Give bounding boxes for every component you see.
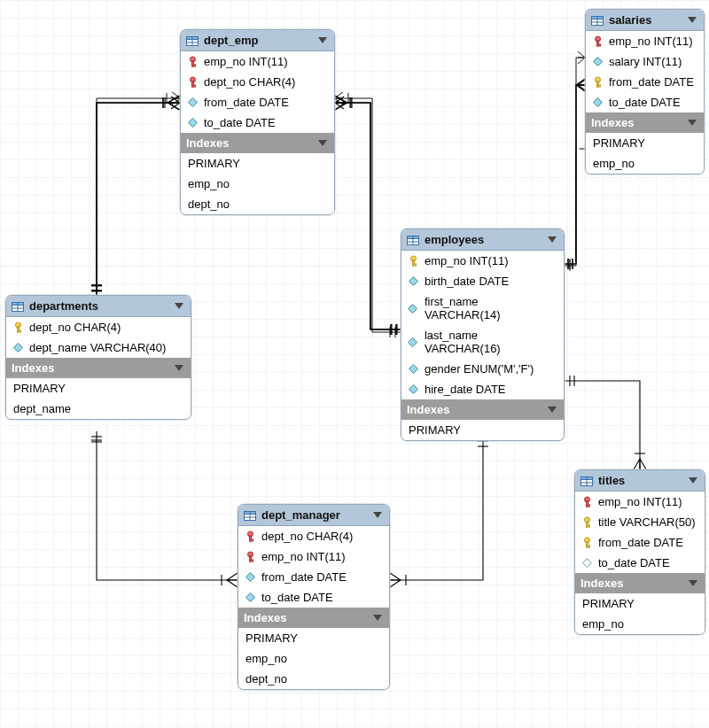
- entity-dept-manager[interactable]: dept_manager dept_no CHAR(4) emp_no INT(…: [238, 504, 390, 690]
- entity-header[interactable]: titles: [575, 470, 705, 492]
- diamond-icon: [407, 384, 419, 394]
- columns: emp_no INT(11) title VARCHAR(50) from_da…: [575, 492, 705, 573]
- entity-dept-emp[interactable]: dept_emp emp_no INT(11) dept_no CHAR(4) …: [180, 29, 335, 215]
- diamond-icon: [244, 572, 256, 582]
- indexes-header[interactable]: Indexes: [575, 573, 705, 593]
- index-row: PRIMARY: [6, 378, 191, 399]
- svg-rect-97: [586, 505, 589, 507]
- column-label: emp_no INT(11): [204, 55, 288, 68]
- chevron-down-icon: [689, 580, 697, 586]
- column-row: last_name VARCHAR(16): [401, 325, 564, 359]
- entity-title: departments: [29, 299, 169, 313]
- indexes-label: Indexes: [186, 136, 313, 150]
- index-row: dept_name: [6, 399, 191, 419]
- chevron-down-icon: [689, 477, 697, 484]
- column-label: title VARCHAR(50): [598, 515, 696, 529]
- indexes-header[interactable]: Indexes: [181, 133, 334, 153]
- column-row: dept_name VARCHAR(40): [6, 337, 191, 358]
- diamond-icon: [407, 337, 419, 347]
- column-label: dept_no CHAR(4): [204, 75, 295, 89]
- svg-rect-63: [596, 44, 600, 46]
- indexes-header[interactable]: Indexes: [401, 399, 564, 420]
- column-label: hire_date DATE: [425, 383, 506, 396]
- key-icon: [580, 537, 593, 549]
- entity-salaries[interactable]: salaries emp_no INT(11) salary INT(11) f…: [585, 9, 705, 174]
- table-icon: [12, 301, 24, 311]
- diamond-icon: [407, 304, 419, 314]
- entity-titles[interactable]: titles emp_no INT(11) title VARCHAR(50) …: [574, 469, 705, 635]
- indexes-header[interactable]: Indexes: [586, 112, 704, 133]
- column-label: first_name VARCHAR(14): [425, 295, 557, 321]
- index-row: PRIMARY: [238, 628, 389, 648]
- columns: emp_no INT(11) dept_no CHAR(4) from_date…: [181, 51, 334, 133]
- diamond-icon: [244, 592, 256, 602]
- entity-title: dept_emp: [204, 34, 313, 47]
- column-label: dept_no CHAR(4): [261, 530, 353, 543]
- svg-rect-103: [586, 546, 589, 547]
- chevron-down-icon: [318, 140, 327, 146]
- column-label: to_date DATE: [261, 591, 333, 604]
- entity-header[interactable]: salaries: [586, 10, 704, 31]
- entity-header[interactable]: dept_manager: [238, 505, 389, 526]
- key-icon: [244, 531, 256, 543]
- index-row: emp_no: [181, 174, 334, 194]
- key-icon: [186, 56, 199, 68]
- column-label: emp_no INT(11): [425, 254, 509, 267]
- column-label: last_name VARCHAR(16): [425, 329, 557, 355]
- column-row: dept_no CHAR(4): [181, 72, 334, 92]
- index-row: dept_no: [238, 669, 389, 689]
- diamond-icon: [407, 364, 419, 374]
- entity-title: salaries: [609, 13, 682, 27]
- column-row: gender ENUM('M','F'): [401, 359, 564, 379]
- chevron-down-icon: [373, 615, 382, 621]
- indexes-header[interactable]: Indexes: [238, 608, 389, 628]
- column-row: hire_date DATE: [401, 379, 564, 399]
- key-icon: [580, 516, 593, 529]
- svg-rect-53: [191, 65, 195, 66]
- key-icon: [244, 551, 256, 563]
- entity-header[interactable]: employees: [401, 229, 564, 251]
- entity-departments[interactable]: departments dept_no CHAR(4) dept_name VA…: [5, 295, 191, 420]
- table-icon: [244, 510, 256, 520]
- diamond-icon: [186, 97, 199, 107]
- column-row: emp_no INT(11): [181, 51, 334, 72]
- diamond-icon: [12, 343, 24, 352]
- diamond-icon: [591, 97, 604, 107]
- column-row: to_date DATE: [238, 587, 389, 608]
- table-icon: [186, 35, 199, 45]
- column-row: to_date DATE: [575, 553, 705, 573]
- column-label: from_date DATE: [609, 75, 694, 89]
- column-row: dept_no CHAR(4): [238, 526, 389, 546]
- diamond-icon: [186, 118, 199, 128]
- columns: emp_no INT(11) salary INT(11) from_date …: [586, 31, 704, 112]
- column-label: from_date DATE: [598, 536, 683, 549]
- column-label: from_date DATE: [204, 96, 289, 109]
- indexes-label: Indexes: [407, 403, 542, 416]
- column-label: from_date DATE: [261, 570, 347, 584]
- table-icon: [407, 235, 419, 244]
- key-icon: [186, 76, 199, 89]
- entity-header[interactable]: departments: [6, 296, 191, 317]
- chevron-down-icon: [175, 365, 183, 371]
- column-row: first_name VARCHAR(14): [401, 291, 564, 325]
- column-label: emp_no INT(11): [609, 35, 693, 48]
- column-row: title VARCHAR(50): [575, 512, 705, 532]
- column-label: dept_no CHAR(4): [29, 321, 121, 334]
- key-icon: [591, 76, 604, 89]
- entity-header[interactable]: dept_emp: [181, 30, 334, 51]
- column-row: to_date DATE: [181, 112, 334, 133]
- column-label: salary INT(11): [609, 55, 682, 68]
- entity-employees[interactable]: employees emp_no INT(11) birth_date DATE…: [401, 228, 565, 441]
- indexes-header[interactable]: Indexes: [6, 358, 191, 378]
- column-row: from_date DATE: [238, 567, 389, 587]
- chevron-down-icon: [318, 37, 327, 43]
- entity-title: titles: [598, 474, 683, 487]
- column-label: emp_no INT(11): [261, 550, 346, 563]
- diamond-icon: [580, 558, 593, 568]
- column-row: dept_no CHAR(4): [6, 317, 191, 337]
- index-row: PRIMARY: [401, 420, 564, 440]
- column-row: emp_no INT(11): [586, 31, 704, 51]
- index-row: emp_no: [586, 153, 704, 174]
- column-label: to_date DATE: [204, 116, 276, 129]
- chevron-down-icon: [548, 236, 557, 243]
